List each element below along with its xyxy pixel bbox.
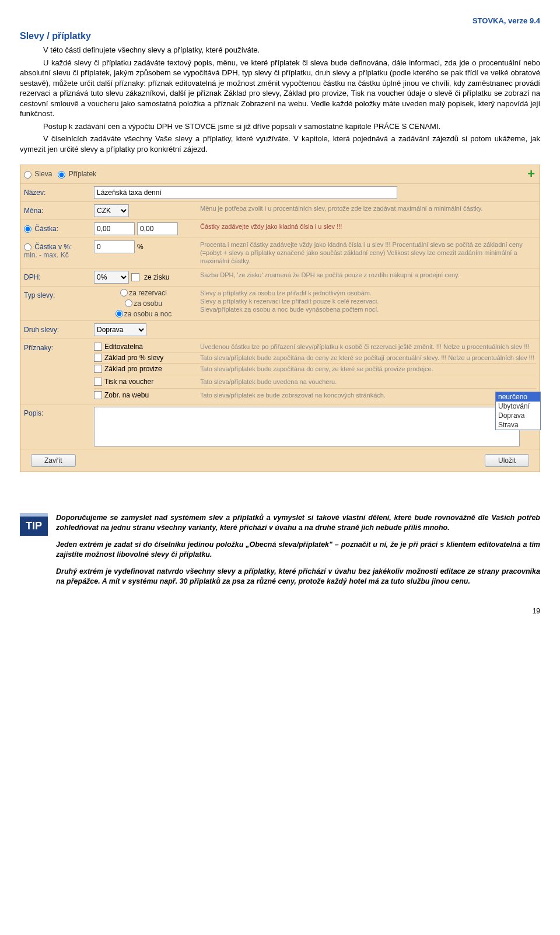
row-castka: Částka: Částky zadávejte vždy jako kladn… [20,219,540,238]
lbl-castkapct-text: Částka v %: [34,243,72,251]
chk-zezisku[interactable] [131,273,139,281]
row-dph: DPH: 0% ze zisku Sazba DPH, 'ze zisku' z… [20,268,540,286]
lbl-castka-text: Částka: [34,225,58,233]
row-mena: Měna: CZK Měnu je potřeba zvolit i u pro… [20,201,540,219]
pr3-help: Tato sleva/příplatek bude započítána do … [193,365,536,373]
lbl-castka: Částka: [24,222,94,233]
pr1-label: Editovatelná [104,343,143,351]
pr1-help: Uvedenou částku lze po přiřazení slevy/p… [193,343,536,351]
radio-castkapct[interactable] [24,243,32,251]
typ3-label: za osobu a noc [124,310,172,318]
dd-strava[interactable]: Strava [496,420,540,430]
add-icon[interactable]: + [527,168,535,180]
tip3: Druhý extrém je vydefinovat natvrdo všec… [56,567,540,587]
lbl-mena: Měna: [24,204,94,215]
radio-priplatek[interactable]: Příplatek [58,170,96,178]
lbl-castkapct: Částka v %: min. - max. Kč [24,240,94,259]
typ2-label: za osobu [134,299,162,308]
help-pct: Procenta i mezní částky zadávejte vždy j… [193,240,536,266]
pr5-label: Zobr. na webu [104,391,149,399]
radio-priplatek-input[interactable] [58,171,65,179]
radio-sleva-label: Sleva [34,170,52,178]
pr2-label: Základ pro % slevy [104,354,163,362]
input-nazev[interactable] [94,186,397,199]
select-druh[interactable]: Doprava [94,323,146,336]
dd-ubytovani[interactable]: Ubytování [496,402,540,411]
input-pct[interactable] [94,240,135,253]
radio-typ3[interactable] [116,310,123,318]
tip2: Jeden extrém je zadat si do číselníku je… [56,540,540,560]
input-castka2[interactable] [137,222,178,235]
radio-sleva[interactable]: Sleva [24,170,52,178]
typ-rezervaci[interactable]: za rezervaci [120,289,167,297]
btn-ulozit[interactable]: Uložit [485,454,529,467]
p4: V číselnících zadáváte všechny Vaše slev… [20,134,540,154]
page-number: 19 [20,607,540,615]
chk-zaklad-slevy[interactable] [94,354,102,362]
lbl-typ: Typ slevy: [24,289,94,299]
textarea-popis[interactable] [94,407,520,446]
lbl-popis: Popis: [24,407,94,417]
druh-dropdown[interactable]: neurčeno Ubytování Doprava Strava [495,392,541,430]
chk-editovatelna[interactable] [94,343,102,351]
row-druh: Druh slevy: Doprava [20,320,540,339]
select-mena[interactable]: CZK [94,204,129,217]
p2: U každé slevy či příplatku zadáváte text… [20,58,540,119]
radio-sleva-input[interactable] [24,171,32,179]
pr3-label: Základ pro provize [104,365,162,373]
tip1: Doporučujeme se zamyslet nad systémem sl… [56,513,540,533]
p1: V této části definujete všechny slevy a … [20,45,540,55]
row-typ: Typ slevy: za rezervaci za osobu za osob… [20,286,540,320]
row-nazev: Název: [20,183,540,201]
btn-zavrit[interactable]: Zavřít [31,454,76,467]
pr4-label: Tisk na voucher [104,378,153,386]
lbl-nazev: Název: [24,186,94,197]
row-priznaky: Příznaky: Editovatelná Uvedenou částku l… [20,339,540,404]
typ-osobu-noc[interactable]: za osobu a noc [116,310,172,318]
tip-badge: TIP [20,513,48,536]
chk-zobr-webu[interactable] [94,391,102,399]
form-panel: + Sleva Příplatek Název: Měna: CZK Měnu … [20,165,540,472]
body-text: V této části definujete všechny slevy a … [20,45,540,154]
section-title: Slevy / příplatky [20,31,540,41]
row-type: Sleva Příplatek [20,165,540,183]
select-dph[interactable]: 0% [94,271,129,284]
chk-tisk-voucher[interactable] [94,378,102,386]
lbl-dph: DPH: [24,271,94,281]
lbl-druh: Druh slevy: [24,323,94,334]
help-typ: Slevy a příplatky za osobu lze přiřadit … [193,289,536,314]
radio-priplatek-label: Příplatek [69,170,96,178]
radio-typ1[interactable] [120,289,128,296]
dd-neurceno[interactable]: neurčeno [496,392,540,402]
radio-typ2[interactable] [125,299,132,307]
p3: Postup k zadávání cen a výpočtu DPH ve S… [20,121,540,132]
pct-unit: % [137,243,144,251]
help-typ2: Slevy a příplatky k rezervaci lze přiřad… [200,297,536,305]
radio-castka[interactable] [24,225,32,233]
help-castka: Částky zadávejte vždy jako kladná čísla … [193,222,536,231]
help-dph: Sazba DPH, 'ze zisku' znamená že DPH se … [193,271,536,279]
chk-zaklad-provize[interactable] [94,365,102,373]
row-castkapct: Částka v %: min. - max. Kč % Procenta i … [20,238,540,268]
dd-doprava[interactable]: Doprava [496,411,540,420]
tip-text: Doporučujeme se zamyslet nad systémem sl… [56,513,540,593]
input-castka1[interactable] [94,222,135,235]
tip-block: TIP Doporučujeme se zamyslet nad systéme… [20,513,540,593]
pr4-help: Tato sleva/příplatek bude uvedena na vou… [193,378,536,386]
help-typ1: Slevy a příplatky za osobu lze přiřadit … [200,289,536,297]
pr2-help: Tato sleva/příplatek bude započítána do … [193,354,536,362]
typ-osobu[interactable]: za osobu [125,299,162,308]
row-popis: Popis: [20,404,540,449]
chk-zezisku-label: ze zisku [144,273,169,281]
footer-buttons: Zavřít Uložit [20,449,540,472]
header-version: STOVKA, verze 9.4 [20,16,540,25]
help-mena: Měnu je potřeba zvolit i u procentálních… [193,204,536,212]
pr5-help: Tato sleva/příplatek se bude zobrazovat … [193,391,536,399]
lbl-castkapct-sub: min. - max. Kč [24,251,94,259]
help-typ3: Sleva/příplatek za osobu a noc bude vyná… [200,305,536,313]
typ1-label: za rezervaci [129,289,167,297]
lbl-priznaky: Příznaky: [24,341,94,352]
